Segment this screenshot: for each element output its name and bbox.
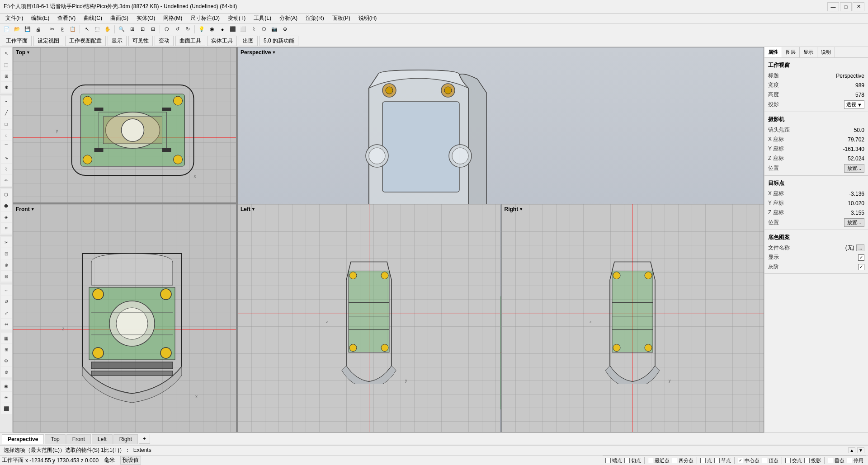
tb-workplane[interactable]: 工作平面 [2,36,32,46]
lt-surface[interactable]: ⬡ [1,189,12,200]
lt-select[interactable]: ↖ [1,48,12,59]
menu-render[interactable]: 渲染(R) [302,14,328,23]
menu-transform[interactable]: 变动(T) [224,14,249,23]
tb-zoom-in[interactable]: 🔍 [117,24,127,34]
viewport-label-left[interactable]: Left ▼ [241,206,255,212]
snap-endpoint[interactable]: 端点 [605,457,622,464]
viewport-label-perspective[interactable]: Perspective ▼ [241,49,276,56]
snap-intersect-checkbox[interactable] [785,458,791,463]
menu-analysis[interactable]: 分析(A) [276,14,301,23]
lt-join[interactable]: ⊕ [1,259,12,270]
lt-group[interactable]: ⊞ [1,344,12,355]
lt-rect[interactable]: □ [1,118,12,129]
snap-tangent-checkbox[interactable] [624,458,630,463]
tb-cube[interactable]: ⬛ [228,24,238,34]
menu-curve[interactable]: 曲线(C) [80,14,106,23]
lt-mirror[interactable]: ⇔ [1,319,12,329]
btab-right[interactable]: Right [113,434,138,444]
rp-btn-filename-browse[interactable]: ... [856,244,864,251]
snap-perp[interactable]: 垂点 [828,457,844,464]
snap-tangent[interactable]: 切点 [624,457,641,464]
rp-btn-cam-place[interactable]: 放置... [844,164,864,173]
rp-tab-notes[interactable]: 说明 [817,47,835,57]
viewport-right[interactable]: Right ▼ [501,204,764,432]
tb-display[interactable]: 显示 [108,36,127,46]
tb-grid[interactable]: ⬡ [162,24,172,34]
tb-extra[interactable]: ⊕ [280,24,290,34]
tb-light[interactable]: 💡 [197,24,207,34]
top-dropdown-arrow[interactable]: ▼ [26,50,30,55]
lt-curve[interactable]: ∿ [1,152,12,163]
tb-visible[interactable]: 可见性 [128,36,153,46]
btab-left[interactable]: Left [92,434,113,444]
tb-sphere[interactable]: ● [217,24,227,34]
tb-surface2[interactable]: ⌇ [249,24,259,34]
lt-split[interactable]: ⊡ [1,248,12,259]
rp-checkbox-grayscale[interactable] [858,264,864,270]
btab-add[interactable]: + [139,434,150,444]
rp-tab-display[interactable]: 显示 [800,47,817,57]
lt-move[interactable]: ↔ [1,285,12,296]
coord-preset[interactable]: 预设值 [120,456,141,465]
tb-setview[interactable]: 设定视图 [33,36,63,46]
snap-point-checkbox[interactable] [700,458,706,463]
lt-circle[interactable]: ○ [1,130,12,141]
viewport-label-right[interactable]: Right ▼ [505,206,524,212]
rp-tab-properties[interactable]: 属性 [764,47,782,57]
rp-dropdown-projection[interactable]: 透视 ▼ [844,100,864,109]
menu-edit[interactable]: 编辑(E) [28,14,53,23]
lt-point[interactable]: • [1,96,12,107]
menu-view[interactable]: 查看(V) [54,14,79,23]
lt-scale[interactable]: ⤢ [1,307,12,318]
menu-panel[interactable]: 面板(P) [329,14,354,23]
minimize-button[interactable]: — [827,2,839,11]
lt-arc[interactable]: ⌒ [1,141,12,152]
lt-extrude[interactable]: ⬢ [1,200,12,211]
front-dropdown-arrow[interactable]: ▼ [31,207,35,211]
snap-project[interactable]: 投影 [804,457,821,464]
lt-line[interactable]: ╱ [1,107,12,118]
lt-props[interactable]: ⚙ [1,355,12,366]
snap-center[interactable]: 中心点 [738,457,760,464]
tb-select-window[interactable]: ⬚ [92,24,102,34]
left-dropdown-arrow[interactable]: ▼ [251,207,255,211]
lt-layer[interactable]: ▦ [1,333,12,343]
perspective-dropdown-arrow[interactable]: ▼ [272,50,276,55]
tb-open[interactable]: 📂 [12,24,22,34]
snap-quad[interactable]: 四分点 [672,457,693,464]
menu-dimension[interactable]: 尺寸标注(D) [187,14,223,23]
snap-knot-checkbox[interactable] [714,458,720,463]
tb-paste[interactable]: 📋 [68,24,78,34]
tb-zoom-extents[interactable]: ⊞ [127,24,137,34]
tb-redo[interactable]: ↻ [183,24,193,34]
tb-transform[interactable]: 变动 [155,36,174,46]
viewport-label-front[interactable]: Front ▼ [16,206,35,212]
menu-help[interactable]: 说明(H) [355,14,381,23]
tb-viewconfig[interactable]: 工作视图配置 [65,36,106,46]
snap-nearest-checkbox[interactable] [648,458,653,463]
snap-point[interactable]: 点 [700,457,712,464]
btab-top[interactable]: Top [45,434,65,444]
lt-sun[interactable]: ☀ [1,392,12,403]
tb-cylinder[interactable]: ⬜ [238,24,248,34]
viewport-top[interactable]: Top ▼ [13,47,236,203]
viewport-left[interactable]: Left ▼ [237,204,500,432]
tb-zoom-selected[interactable]: ⊡ [137,24,147,34]
lt-lasso[interactable]: ✱ [1,82,12,93]
menu-solid[interactable]: 实体(O) [133,14,159,23]
lt-revolve[interactable]: ◈ [1,211,12,222]
viewport-label-top[interactable]: Top ▼ [16,49,30,56]
tb-zoom-window[interactable]: ⊟ [148,24,158,34]
tb-solid-tools[interactable]: 实体工具 [207,36,237,46]
tb-cursor[interactable]: ↖ [82,24,92,34]
menu-file[interactable]: 文件(F) [2,14,27,23]
lt-freehand[interactable]: ✏ [1,175,12,186]
viewport-front[interactable]: Front ▼ [13,204,236,432]
lt-snap[interactable]: ⊚ [1,366,12,377]
snap-project-checkbox[interactable] [804,458,810,463]
snap-perp-checkbox[interactable] [828,458,833,463]
btab-front[interactable]: Front [66,434,91,444]
tb-mesh2[interactable]: ⬡ [259,24,269,34]
status-down-arrow[interactable]: ▼ [857,447,864,453]
lt-render-icon[interactable]: ◉ [1,380,12,391]
